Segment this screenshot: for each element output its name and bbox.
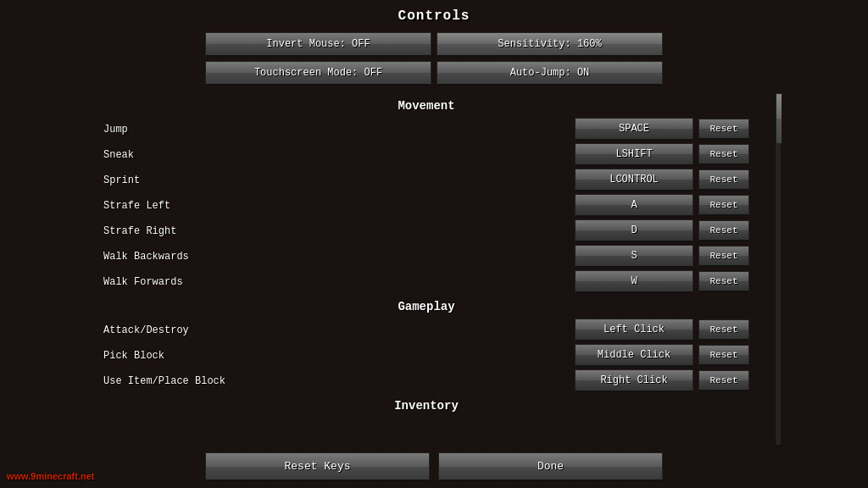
touchscreen-button[interactable]: Touchscreen Mode: OFF [205,61,431,86]
strafe-right-reset-button[interactable]: Reset [698,220,749,241]
table-row: Jump SPACE Reset [86,118,766,141]
jump-key-button[interactable]: SPACE [575,118,693,141]
sneak-reset-button[interactable]: Reset [698,144,749,165]
attack-destroy-reset-button[interactable]: Reset [698,319,749,341]
strafe-left-label: Strafe Left [103,200,575,212]
sensitivity-button[interactable]: Sensitivity: 160% [437,32,663,57]
strafe-right-label: Strafe Right [103,225,575,237]
walk-forwards-reset-button[interactable]: Reset [698,271,749,292]
auto-jump-button[interactable]: Auto-Jump: ON [437,61,663,86]
table-row: Sneak LSHIFT Reset [86,143,766,166]
table-row: Pick Block Middle Click Reset [86,344,766,367]
top-row-1: Invert Mouse: OFF Sensitivity: 160% [205,32,663,57]
table-row: Attack/Destroy Left Click Reset [86,319,766,341]
invert-mouse-button[interactable]: Invert Mouse: OFF [205,32,431,57]
pick-block-label: Pick Block [103,350,575,362]
walk-backwards-label: Walk Backwards [103,251,575,263]
walk-forwards-key-button[interactable]: W [575,270,693,293]
content-area: Movement Jump SPACE Reset Sneak LSHIFT R… [86,92,782,446]
top-row-2: Touchscreen Mode: OFF Auto-Jump: ON [205,61,663,86]
use-item-key-button[interactable]: Right Click [575,369,693,392]
walk-forwards-label: Walk Forwards [103,276,575,288]
sneak-label: Sneak [103,149,575,161]
use-item-label: Use Item/Place Block [103,375,575,387]
table-row: Walk Forwards W Reset [86,270,766,293]
strafe-left-key-button[interactable]: A [575,194,693,217]
sprint-key-button[interactable]: LCONTROL [575,169,693,191]
main-container: Controls Invert Mouse: OFF Sensitivity: … [0,0,868,488]
strafe-right-key-button[interactable]: D [575,219,693,242]
attack-destroy-key-button[interactable]: Left Click [575,319,693,341]
movement-section-title: Movement [86,99,766,113]
table-row: Use Item/Place Block Right Click Reset [86,369,766,392]
scroll-area[interactable]: Movement Jump SPACE Reset Sneak LSHIFT R… [86,92,775,446]
inventory-section-title: Inventory [86,399,766,413]
strafe-left-reset-button[interactable]: Reset [698,195,749,216]
bottom-bar: Reset Keys Done [205,452,663,481]
pick-block-key-button[interactable]: Middle Click [575,344,693,367]
sprint-label: Sprint [103,175,575,186]
scrollbar[interactable] [775,92,782,446]
pick-block-reset-button[interactable]: Reset [698,345,749,366]
walk-backwards-reset-button[interactable]: Reset [698,246,749,267]
table-row: Strafe Left A Reset [86,194,766,217]
table-row: Strafe Right D Reset [86,219,766,242]
jump-reset-button[interactable]: Reset [698,119,749,140]
page-title: Controls [398,8,470,24]
gameplay-section-title: Gameplay [86,300,766,313]
watermark: www.9minecraft.net [7,471,95,481]
top-buttons: Invert Mouse: OFF Sensitivity: 160% Touc… [205,32,663,86]
attack-destroy-label: Attack/Destroy [103,324,575,336]
jump-label: Jump [103,124,575,136]
use-item-reset-button[interactable]: Reset [698,370,749,391]
table-row: Walk Backwards S Reset [86,245,766,268]
done-button[interactable]: Done [438,452,663,481]
scrollbar-thumb[interactable] [776,93,782,144]
walk-backwards-key-button[interactable]: S [575,245,693,268]
sprint-reset-button[interactable]: Reset [698,169,749,191]
sneak-key-button[interactable]: LSHIFT [575,143,693,166]
reset-keys-button[interactable]: Reset Keys [205,452,430,481]
table-row: Sprint LCONTROL Reset [86,169,766,191]
